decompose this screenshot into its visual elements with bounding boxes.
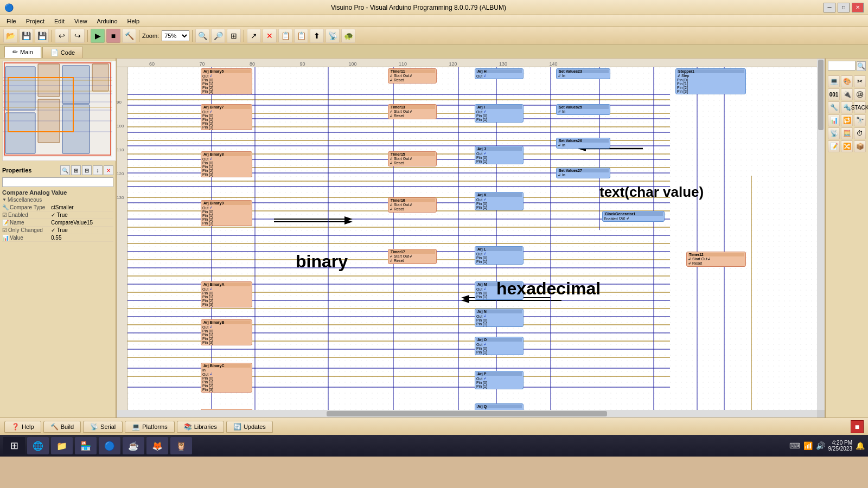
comp-btn-4[interactable]: 001 xyxy=(828,88,840,100)
binary6-block[interactable]: Arj Binary6 Out↲ Pin [0] Pin [1] Pin [2]… xyxy=(201,68,252,94)
undo-button[interactable]: ↩ xyxy=(55,29,69,43)
arj-j-block[interactable]: Arj J Out ↲ Pin [0] Pin [1] xyxy=(475,146,524,164)
setvalues27-block[interactable]: Set Values27 ↲ In xyxy=(556,168,610,178)
paste-button[interactable]: 📋 xyxy=(294,29,308,43)
status-tab-serial[interactable]: 📡 Serial xyxy=(83,421,123,433)
arj-o-block[interactable]: Arj O Out ↲ Pin [0] Pin [1] xyxy=(475,337,524,355)
comp-btn-16[interactable]: 📝 xyxy=(828,140,840,152)
setvalues25-block[interactable]: Set Values25 ↲ In xyxy=(556,104,610,115)
taskbar-app-explorer[interactable]: 📁 xyxy=(51,437,73,454)
prop-val-enabled[interactable]: ✓ True xyxy=(51,212,113,218)
binaryA-block[interactable]: Arj BinaryA Out↲ Pin [0] Pin [1] Pin [2]… xyxy=(201,281,252,307)
run-button[interactable]: ▶ xyxy=(91,29,105,43)
comp-btn-18[interactable]: 📦 xyxy=(854,140,866,152)
copy-button[interactable]: 📋 xyxy=(278,29,292,43)
scrollbar-horizontal[interactable] xyxy=(117,410,817,418)
arj-i-block[interactable]: Arj I Out ↲ Pin [0] Pin [1] xyxy=(475,104,524,123)
prop-expand-btn[interactable]: ⊞ xyxy=(71,165,81,175)
taskbar-app-store[interactable]: 🏪 xyxy=(75,437,97,454)
build-button[interactable]: 🔨 xyxy=(122,29,136,43)
stop-button[interactable]: ■ xyxy=(106,29,120,43)
prop-sort-btn[interactable]: ↕ xyxy=(93,165,103,175)
status-tab-help[interactable]: ❓ Help xyxy=(4,421,41,433)
binary8-block[interactable]: Arj Binary8 Out↲ Pin [0] Pin [1] Pin [2]… xyxy=(201,151,252,177)
canvas-area[interactable]: 60 70 80 90 100 110 120 130 140 90 100 1… xyxy=(117,59,825,418)
status-tab-libraries[interactable]: 📚 Libraries xyxy=(177,421,224,433)
comp-btn-1[interactable]: 💻 xyxy=(828,75,840,87)
zoom-in-button[interactable]: 🔍 xyxy=(195,29,209,43)
select-button[interactable]: ↗ xyxy=(247,29,261,43)
status-error-btn[interactable]: ■ xyxy=(851,420,864,433)
arj-p-block[interactable]: Arj P Out ↲ Pin [0] Pin [1] xyxy=(475,371,524,389)
tab-code[interactable]: 📄 Code xyxy=(42,47,83,58)
comp-btn-12[interactable]: 🔭 xyxy=(854,114,866,126)
canvas-inner[interactable]: Arj Binary6 Out↲ Pin [0] Pin [1] Pin [2]… xyxy=(127,67,825,418)
zoom-out-button[interactable]: 🔎 xyxy=(211,29,225,43)
prop-search-btn[interactable]: 🔍 xyxy=(60,165,70,175)
delete-button[interactable]: ✕ xyxy=(263,29,277,43)
taskbar-app-visuino[interactable]: 🦉 xyxy=(170,437,192,454)
status-tab-updates[interactable]: 🔄 Updates xyxy=(226,421,273,433)
timer13-block[interactable]: Timer13 ↲ Start Out↲ ↲ Reset xyxy=(388,104,437,119)
scroll-thumb-h[interactable] xyxy=(327,411,607,416)
binary9-block[interactable]: Arj Binary9 Out↲ Pin [0] Pin [1] Pin [2]… xyxy=(201,200,252,226)
minimize-button[interactable]: ─ xyxy=(824,3,835,12)
tab-main[interactable]: ✏ Main xyxy=(4,46,41,58)
timer16-block[interactable]: Timer16 ↲ Start Out↲ ↲ Reset xyxy=(388,197,437,213)
status-tab-platforms[interactable]: 💻 Platforms xyxy=(125,421,174,433)
comp-btn-14[interactable]: 🧮 xyxy=(841,127,853,139)
prop-val-compare-type[interactable]: ctSmaller xyxy=(51,204,113,210)
minimap[interactable] xyxy=(2,61,116,161)
taskbar-app-java[interactable]: ☕ xyxy=(123,437,144,454)
comp-btn-13[interactable]: 📡 xyxy=(828,127,840,139)
redo-button[interactable]: ↪ xyxy=(71,29,85,43)
stepper1-block[interactable]: Stepper1 ↲ Step Pin [0] Pin [1] Pin [2] … xyxy=(675,68,746,94)
component-search-input[interactable] xyxy=(828,61,856,70)
comp-btn-2[interactable]: 🎨 xyxy=(841,75,853,87)
comp-btn-7[interactable]: 🔧 xyxy=(828,101,840,113)
taskbar-app-ie[interactable]: 🌐 xyxy=(27,437,49,454)
arj-n-block[interactable]: Arj N Out ↲ Pin [0] Pin [1] xyxy=(475,309,524,327)
comp-btn-10[interactable]: 📊 xyxy=(828,114,840,126)
comp-btn-9[interactable]: STACK xyxy=(854,101,866,113)
start-button[interactable]: ⊞ xyxy=(3,437,25,454)
comp-btn-5[interactable]: 🔌 xyxy=(841,88,853,100)
menu-view[interactable]: View xyxy=(70,17,92,25)
comp-btn-15[interactable]: ⏱ xyxy=(854,127,866,139)
scroll-thumb-v[interactable] xyxy=(818,60,824,130)
prop-val-name[interactable]: CompareValue15 xyxy=(51,220,113,226)
close-button[interactable]: ✕ xyxy=(852,3,864,12)
save-button[interactable]: 💾 xyxy=(35,29,49,43)
menu-project[interactable]: Project xyxy=(22,17,49,25)
timer12-block[interactable]: Timer12 ↲ Start Out↲ ↲ Reset xyxy=(686,252,746,267)
binaryB-block[interactable]: Arj BinaryB Out↲ Pin [0] Pin [1] Pin [2]… xyxy=(201,319,252,345)
taskbar-app-edge[interactable]: 🔵 xyxy=(99,437,120,454)
arj-h-block[interactable]: Arj H Out ↲ xyxy=(475,68,524,79)
binary7-block[interactable]: Arj Binary7 Out↲ Pin [0] Pin [1] Pin [2]… xyxy=(201,104,252,130)
comp-btn-17[interactable]: 🔀 xyxy=(841,140,853,152)
arj-k-block[interactable]: Arj K Out ↲ Pin [0] Pin [1] xyxy=(475,192,524,210)
notification-icon[interactable]: 🔔 xyxy=(856,441,865,450)
prop-collapse-btn[interactable]: ⊟ xyxy=(82,165,92,175)
new-button[interactable]: 📂 xyxy=(3,29,17,43)
scrollbar-vertical[interactable] xyxy=(817,59,825,410)
maximize-button[interactable]: □ xyxy=(838,3,850,12)
comp-btn-6[interactable]: ⑩ xyxy=(854,88,866,100)
prop-val-only-changed[interactable]: ✓ True xyxy=(51,227,113,233)
prop-close-btn[interactable]: ✕ xyxy=(104,165,113,175)
timer15-block[interactable]: Timer15 ↲ Start Out↲ ↲ Reset xyxy=(388,151,437,166)
setvalues1-block[interactable]: Set Values23 ↲ In xyxy=(556,68,610,79)
monitor-button[interactable]: 📡 xyxy=(326,29,340,43)
open-button[interactable]: 💾 xyxy=(19,29,33,43)
timer11-block[interactable]: Timer11 ↲ Start Out↲ ↲ Reset xyxy=(388,68,437,84)
menu-help[interactable]: Help xyxy=(123,17,144,25)
menu-file[interactable]: File xyxy=(2,17,21,25)
timer17-block[interactable]: Timer17 ↲ Start Out↲ ↲ Reset xyxy=(388,249,437,264)
menu-edit[interactable]: Edit xyxy=(50,17,69,25)
binaryC-block[interactable]: Arj BinaryC In Out↲ Pin [0] Pin [1] Pin … xyxy=(201,363,252,393)
upload-button[interactable]: ⬆ xyxy=(310,29,324,43)
menu-arduino[interactable]: Arduino xyxy=(93,17,122,25)
properties-search[interactable] xyxy=(2,177,113,187)
component-search-btn[interactable]: 🔍 xyxy=(857,61,866,71)
comp-btn-11[interactable]: 🔁 xyxy=(841,114,853,126)
